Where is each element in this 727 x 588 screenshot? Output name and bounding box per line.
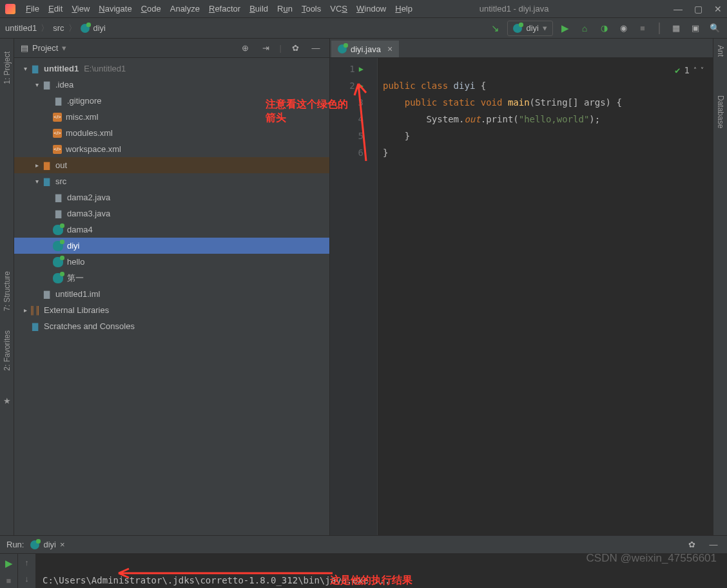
- menu-build[interactable]: Build: [246, 2, 272, 15]
- side-project-label[interactable]: 1: Project: [3, 52, 12, 84]
- menu-run[interactable]: Run: [273, 2, 296, 15]
- run-tab-close-icon[interactable]: ×: [60, 540, 65, 549]
- java-class-icon: [53, 241, 63, 251]
- stop-icon[interactable]: ■: [6, 576, 12, 585]
- java-class-icon: [81, 24, 90, 33]
- run-settings-icon[interactable]: ✿: [684, 538, 699, 552]
- minimize-icon[interactable]: —: [674, 4, 683, 14]
- run-label: Run:: [6, 540, 24, 549]
- editor-tabs: diyi.java ×: [330, 39, 713, 58]
- star-icon: ★: [3, 396, 11, 406]
- java-class-icon: [513, 24, 522, 33]
- search-button[interactable]: 🔍: [708, 21, 722, 35]
- nav-bar: untitled1 〉 src 〉 diyi ↘ diyi ▾ ▶ ⌂ ◑ ◉ …: [0, 18, 727, 39]
- tree-idea-folder[interactable]: ▾▇.idea: [14, 77, 329, 93]
- run-tab-name[interactable]: diyi: [43, 540, 56, 549]
- run-left-toolbar: ▶ ■ ◧ ⇩ ≡ 📌 🗑: [0, 554, 18, 588]
- tree-module-root[interactable]: ▾▇untitled1E:\untitled1: [14, 61, 329, 77]
- fold-column: [367, 58, 378, 535]
- project-panel-title: Project: [32, 43, 58, 53]
- tree-out-folder[interactable]: ▸▇out: [14, 157, 329, 173]
- breadcrumb-src[interactable]: src: [53, 23, 64, 33]
- coverage-button[interactable]: ◑: [597, 21, 611, 35]
- right-tool-stripe: Ant Database: [713, 39, 727, 535]
- inspection-widget[interactable]: ✔1˄ ˅: [675, 62, 704, 79]
- project-panel-icon: ▤: [21, 43, 28, 53]
- java-class-icon: [30, 540, 39, 549]
- menu-vcs[interactable]: VCS: [326, 2, 351, 15]
- side-structure-label[interactable]: 7: Structure: [3, 271, 12, 311]
- tree-file-zh[interactable]: 第一: [14, 270, 329, 286]
- tree-iml[interactable]: ▇untitled1.iml: [14, 286, 329, 302]
- rerun-icon[interactable]: ▶: [5, 558, 13, 569]
- run-button[interactable]: ▶: [558, 21, 572, 35]
- window-title: untitled1 - diyi.java: [480, 4, 549, 14]
- git-button[interactable]: ▦: [669, 21, 683, 35]
- java-class-icon: [53, 257, 63, 267]
- tree-gitignore[interactable]: ▇.gitignore: [14, 93, 329, 109]
- run-toolbar-2: ↑ ↓ ↲ ⤓ 🖶: [18, 554, 36, 588]
- breadcrumb-root[interactable]: untitled1: [5, 23, 37, 33]
- tab-diyi[interactable]: diyi.java ×: [331, 39, 399, 57]
- menu-view[interactable]: View: [68, 2, 93, 15]
- side-favorites-label[interactable]: 2: Favorites: [3, 330, 12, 371]
- stop-button[interactable]: ■: [635, 21, 650, 35]
- tree-file-diyi[interactable]: diyi: [14, 238, 329, 254]
- tree-workspace-xml[interactable]: </>workspace.xml: [14, 141, 329, 157]
- screenshot-button[interactable]: ▣: [688, 21, 703, 35]
- tree-src-folder[interactable]: ▾▇src: [14, 173, 329, 189]
- menu-bar: File Edit View Navigate Code Analyze Ref…: [0, 0, 727, 18]
- run-gutter-icon[interactable]: ▶: [359, 61, 363, 77]
- menu-tools[interactable]: Tools: [298, 2, 325, 15]
- menu-window[interactable]: Window: [353, 2, 390, 15]
- side-ant-label[interactable]: Ant: [716, 45, 725, 57]
- tree-misc-xml[interactable]: </>misc.xml: [14, 109, 329, 125]
- close-icon[interactable]: ✕: [714, 4, 722, 14]
- code-content[interactable]: public class diyi { public static void m…: [378, 58, 713, 535]
- tree-file-dama4[interactable]: dama4: [14, 222, 329, 238]
- menu-refactor[interactable]: Refactor: [205, 2, 244, 15]
- tree-scratches[interactable]: ▇Scratches and Consoles: [14, 318, 329, 334]
- menu-edit[interactable]: Edit: [44, 2, 66, 15]
- java-class-icon: [53, 273, 63, 283]
- profile-button[interactable]: ◉: [616, 21, 630, 35]
- breadcrumb: untitled1 〉 src 〉 diyi: [5, 23, 106, 34]
- run-gutter-icon[interactable]: ▶: [359, 77, 363, 94]
- breadcrumb-file[interactable]: diyi: [93, 23, 106, 33]
- debug-button[interactable]: ⌂: [577, 21, 592, 35]
- settings-icon[interactable]: ✿: [288, 41, 302, 55]
- gutter: 1▶ 2▶ 3 4 5 6: [330, 58, 367, 535]
- tree-modules-xml[interactable]: </>modules.xml: [14, 125, 329, 141]
- tree-file-hello[interactable]: hello: [14, 254, 329, 270]
- menu-file[interactable]: File: [22, 2, 43, 15]
- maximize-icon[interactable]: ▢: [694, 4, 703, 14]
- menu-analyze[interactable]: Analyze: [166, 2, 204, 15]
- app-icon: [5, 4, 15, 14]
- tree-external-libs[interactable]: ▸║║External Libraries: [14, 302, 329, 318]
- project-tool-window: ▤ Project ▾ ⊕ ⇥ | ✿ — ▾▇untitled1E:\unti…: [14, 39, 330, 535]
- menu-help[interactable]: Help: [391, 2, 416, 15]
- tree-file-dama3[interactable]: ▇dama3.java: [14, 205, 329, 222]
- editor-area: diyi.java × 1▶ 2▶ 3 4 5 6 public class d…: [330, 39, 713, 535]
- menu-code[interactable]: Code: [137, 2, 165, 15]
- run-hide-icon[interactable]: —: [706, 538, 721, 552]
- run-config-name: diyi: [526, 23, 539, 33]
- left-tool-stripe: 1: Project 7: Structure 2: Favorites ★: [0, 39, 14, 535]
- locate-icon[interactable]: ⊕: [238, 41, 253, 55]
- java-class-icon: [53, 225, 63, 235]
- build-button[interactable]: ↘: [488, 21, 502, 35]
- tab-close-icon[interactable]: ×: [387, 44, 393, 54]
- side-database-label[interactable]: Database: [716, 95, 725, 128]
- java-class-icon: [338, 44, 347, 53]
- project-tree[interactable]: ▾▇untitled1E:\untitled1 ▾▇.idea ▇.gitign…: [14, 58, 329, 535]
- up-icon[interactable]: ↑: [24, 558, 29, 567]
- down-icon[interactable]: ↓: [24, 574, 29, 583]
- hide-icon[interactable]: —: [309, 41, 323, 55]
- menu-navigate[interactable]: Navigate: [95, 2, 135, 15]
- tree-file-dama2[interactable]: ▇dama2.java: [14, 189, 329, 205]
- collapse-icon[interactable]: ⇥: [259, 41, 273, 55]
- watermark: CSDN @weixin_47556601: [586, 552, 717, 565]
- code-editor[interactable]: 1▶ 2▶ 3 4 5 6 public class diyi { public…: [330, 58, 713, 535]
- run-config-selector[interactable]: diyi ▾: [507, 21, 553, 36]
